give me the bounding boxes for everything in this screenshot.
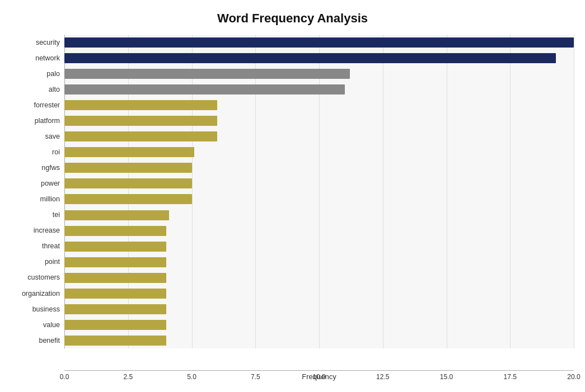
y-label: palo xyxy=(46,70,60,78)
bar-row xyxy=(64,146,574,158)
y-label: customers xyxy=(27,274,60,281)
x-axis-label: Frequency xyxy=(302,372,336,381)
y-label: point xyxy=(45,258,60,266)
y-label: benefit xyxy=(39,337,60,344)
bar xyxy=(64,147,194,157)
bar xyxy=(64,84,345,95)
y-labels: securitynetworkpaloaltoforresterplatform… xyxy=(11,35,64,348)
bar xyxy=(64,131,217,141)
x-tick: 12.5 xyxy=(376,373,389,381)
bar xyxy=(64,100,217,110)
bar xyxy=(64,226,166,236)
bar xyxy=(64,37,574,48)
bar-row xyxy=(64,115,574,127)
bar-row xyxy=(64,130,574,143)
bar-row xyxy=(64,319,574,331)
bar-row xyxy=(64,83,574,96)
bar xyxy=(64,178,192,188)
y-label: network xyxy=(35,55,60,62)
y-label: organization xyxy=(22,290,60,297)
bar-row xyxy=(64,272,574,284)
y-label: power xyxy=(41,180,60,187)
x-tick: 20.0 xyxy=(567,373,580,381)
bar-row xyxy=(64,177,574,190)
x-tick: 17.5 xyxy=(504,373,517,381)
y-label: ngfws xyxy=(41,164,60,172)
bar-row xyxy=(64,209,574,221)
chart-area: securitynetworkpaloaltoforresterplatform… xyxy=(11,35,574,348)
y-label: value xyxy=(43,322,60,329)
bar-row xyxy=(64,240,574,253)
y-label: increase xyxy=(34,227,60,234)
bar-row xyxy=(64,303,574,315)
bar-row xyxy=(64,225,574,237)
bar xyxy=(64,289,166,299)
bars-grid: 0.02.55.07.510.012.515.017.520.0 Frequen… xyxy=(64,35,574,348)
y-label: roi xyxy=(52,149,60,156)
y-label: tei xyxy=(53,211,60,219)
x-tick: 5.0 xyxy=(187,373,196,381)
x-tick: 7.5 xyxy=(251,373,260,381)
y-label: platform xyxy=(35,117,60,125)
bar xyxy=(64,116,217,126)
bar xyxy=(64,273,166,283)
y-label: threat xyxy=(42,243,60,250)
chart-title: Word Frequency Analysis xyxy=(11,11,574,26)
y-label: alto xyxy=(49,86,60,93)
bar xyxy=(64,304,166,314)
x-tick: 15.0 xyxy=(440,373,453,381)
bar xyxy=(64,69,350,79)
bar-row xyxy=(64,68,574,80)
bar xyxy=(64,194,192,204)
bar-row xyxy=(64,99,574,111)
bar xyxy=(64,257,166,267)
x-tick: 0.0 xyxy=(60,373,69,381)
bar-row xyxy=(64,256,574,268)
bar xyxy=(64,242,166,252)
y-label: save xyxy=(45,133,60,140)
x-tick: 2.5 xyxy=(123,373,133,381)
bar xyxy=(64,320,166,330)
y-label: million xyxy=(40,196,60,203)
grid-line xyxy=(574,35,574,348)
bar-row xyxy=(64,52,574,64)
y-label: security xyxy=(36,39,60,46)
bar-row xyxy=(64,287,574,300)
bar xyxy=(64,210,169,220)
bar-row xyxy=(64,36,574,49)
y-label: business xyxy=(32,306,60,313)
x-axis-line xyxy=(64,370,574,371)
bar xyxy=(64,53,556,63)
bar xyxy=(64,163,192,173)
bar-row xyxy=(64,162,574,174)
bar-row xyxy=(64,193,574,205)
y-label: forrester xyxy=(34,102,60,109)
chart-container: Word Frequency Analysis securitynetworkp… xyxy=(0,0,585,392)
bar-row xyxy=(64,334,574,347)
bar xyxy=(64,336,166,346)
